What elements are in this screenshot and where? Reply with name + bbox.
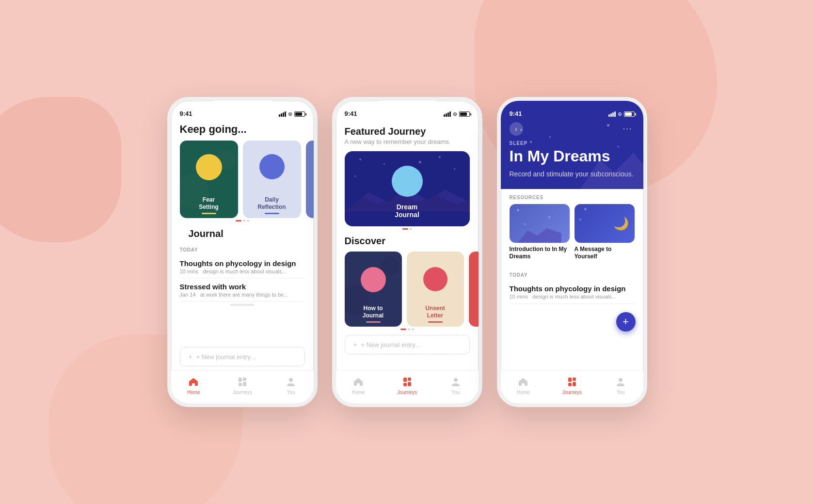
phone3-body: RESOURCES Introduction t bbox=[501, 189, 643, 370]
signal-bar bbox=[447, 112, 449, 117]
scroll-dots-2 bbox=[336, 228, 479, 230]
dream-description: Record and stimulate your subconscious. bbox=[510, 170, 635, 179]
dream-journal-label: DreamJournal bbox=[395, 203, 419, 219]
nav-journeys-3[interactable]: Journeys bbox=[562, 376, 582, 395]
signal-bar bbox=[281, 113, 282, 117]
svg-rect-9 bbox=[403, 383, 407, 386]
nav-you-2[interactable]: You bbox=[449, 376, 462, 395]
signal-bar bbox=[449, 111, 451, 117]
resources-label: RESOURCES bbox=[510, 189, 635, 204]
today-section-3: TODAY Thoughts on phycology in design 10… bbox=[510, 267, 635, 304]
svg-rect-7 bbox=[403, 378, 407, 382]
svg-rect-8 bbox=[408, 382, 411, 386]
nav-home-2[interactable]: Home bbox=[352, 376, 365, 395]
signal-bar bbox=[279, 114, 280, 117]
partial-card-2 bbox=[469, 252, 479, 327]
back-button[interactable]: ‹ bbox=[510, 122, 523, 136]
svg-rect-15 bbox=[573, 382, 576, 386]
journal-entry-2[interactable]: Stressed with work Jan 14 at work there … bbox=[180, 279, 305, 302]
daily-reflection-label: DailyReflection bbox=[257, 196, 286, 211]
fear-circle bbox=[196, 154, 222, 180]
dot bbox=[247, 220, 249, 221]
dream-title: In My Dreams bbox=[510, 148, 635, 165]
discover-title: Discover bbox=[345, 236, 470, 247]
dream-journal-card[interactable]: DreamJournal bbox=[345, 151, 470, 226]
resource-mountain bbox=[510, 226, 570, 243]
scroll-dots-2b bbox=[345, 329, 470, 330]
resource-card-inner-2: 🌙 bbox=[575, 204, 635, 243]
unsent-letter-card[interactable]: UnsentLetter bbox=[407, 252, 464, 327]
daily-circle bbox=[259, 154, 285, 179]
new-entry-bar-1[interactable]: ＋ + New journal entry... bbox=[180, 347, 305, 366]
how-to-journal-label: How toJournal bbox=[363, 305, 383, 320]
signal-bars-2 bbox=[444, 111, 451, 117]
nav-journeys-label-3: Journeys bbox=[562, 390, 582, 395]
status-time-3: 9:41 bbox=[510, 110, 522, 117]
bottom-nav-3: Home Journeys bbox=[501, 370, 643, 403]
signal-bar bbox=[285, 111, 286, 117]
today-label-1: TODAY bbox=[180, 243, 305, 255]
fear-setting-card[interactable]: FearSetting bbox=[180, 141, 238, 218]
journal-entry-1[interactable]: Thoughts on phycology in design 10 mins … bbox=[180, 255, 305, 279]
status-icons-1: ⊛ bbox=[279, 111, 305, 117]
discover-section: Discover How toJournal UnsentLetter bbox=[336, 231, 479, 331]
svg-marker-13 bbox=[518, 228, 561, 243]
signal-bar bbox=[444, 114, 445, 117]
moon-icon: 🌙 bbox=[613, 216, 629, 231]
fab-button[interactable]: + bbox=[616, 312, 636, 331]
nav-you-label-1: You bbox=[287, 390, 295, 395]
resource-label-1: Introduction to In My Dreams bbox=[510, 246, 570, 261]
nav-journeys-2[interactable]: Journeys bbox=[398, 376, 417, 395]
daily-reflection-card[interactable]: DailyReflection bbox=[243, 141, 301, 218]
svg-rect-3 bbox=[243, 378, 246, 381]
status-icons-3: ⊛ bbox=[608, 111, 635, 117]
fear-setting-label: FearSetting bbox=[199, 196, 219, 211]
svg-rect-17 bbox=[573, 378, 576, 381]
svg-point-18 bbox=[619, 378, 622, 382]
you-icon-3 bbox=[614, 376, 627, 388]
entry-meta-1: 10 mins design is much less about visual… bbox=[180, 268, 305, 274]
scroll-dots bbox=[171, 220, 314, 221]
featured-journey-section: Featured Journey A new way to remember y… bbox=[336, 119, 479, 226]
phone-home: 9:41 ⊛ Keep going... bbox=[167, 97, 318, 407]
resource-item-1[interactable]: Introduction to In My Dreams bbox=[510, 204, 570, 261]
battery-fill-3 bbox=[625, 112, 632, 116]
entry-meta-2: Jan 14 at work there are many things to … bbox=[180, 292, 305, 298]
nav-you-3[interactable]: You bbox=[614, 376, 627, 395]
resource-card-2: 🌙 bbox=[575, 204, 635, 243]
signal-bars-3 bbox=[608, 111, 616, 117]
unsent-circle bbox=[423, 267, 447, 291]
cards-row-1: FearSetting DailyReflection bbox=[171, 141, 314, 218]
detail-nav-row: ‹ ··· bbox=[510, 119, 635, 141]
entry-meta-3: 10 mins design is much less about visual… bbox=[510, 294, 635, 299]
signal-bar bbox=[610, 113, 612, 117]
resources-row: Introduction to In My Dreams 🌙 A Message… bbox=[510, 204, 635, 261]
nav-you-label-3: You bbox=[617, 390, 625, 395]
fear-progress bbox=[202, 213, 216, 214]
wifi-icon-3: ⊛ bbox=[618, 111, 622, 117]
new-entry-bar-2[interactable]: ＋ + New journal entry... bbox=[345, 335, 470, 354]
entry-title-1: Thoughts on phycology in design bbox=[180, 259, 305, 268]
nav-home-3[interactable]: Home bbox=[517, 376, 530, 395]
more-button[interactable]: ··· bbox=[621, 122, 635, 136]
nav-home-1[interactable]: Home bbox=[187, 376, 200, 395]
today-label-3: TODAY bbox=[510, 268, 635, 281]
resource-item-2[interactable]: 🌙 A Message to Yourself bbox=[575, 204, 635, 261]
nav-you-1[interactable]: You bbox=[285, 376, 297, 395]
journal-entry-3[interactable]: Thoughts on phycology in design 10 mins … bbox=[510, 281, 635, 304]
svg-rect-14 bbox=[568, 378, 572, 382]
phone2-content: Featured Journey A new way to remember y… bbox=[336, 119, 479, 370]
home-icon bbox=[187, 376, 200, 388]
nav-journeys-1[interactable]: Journeys bbox=[233, 376, 253, 395]
card-progress bbox=[366, 321, 381, 323]
dream-card-circle bbox=[392, 166, 423, 197]
dot bbox=[410, 228, 412, 230]
dot bbox=[402, 228, 408, 230]
nav-journeys-label-1: Journeys bbox=[233, 390, 253, 395]
how-to-journal-card[interactable]: How toJournal bbox=[345, 252, 402, 327]
resource-label-2: A Message to Yourself bbox=[575, 246, 635, 261]
scroll-indicator bbox=[230, 304, 255, 306]
home-icon-2 bbox=[352, 376, 365, 388]
signal-bar bbox=[614, 111, 616, 117]
journeys-icon-2 bbox=[401, 376, 414, 388]
